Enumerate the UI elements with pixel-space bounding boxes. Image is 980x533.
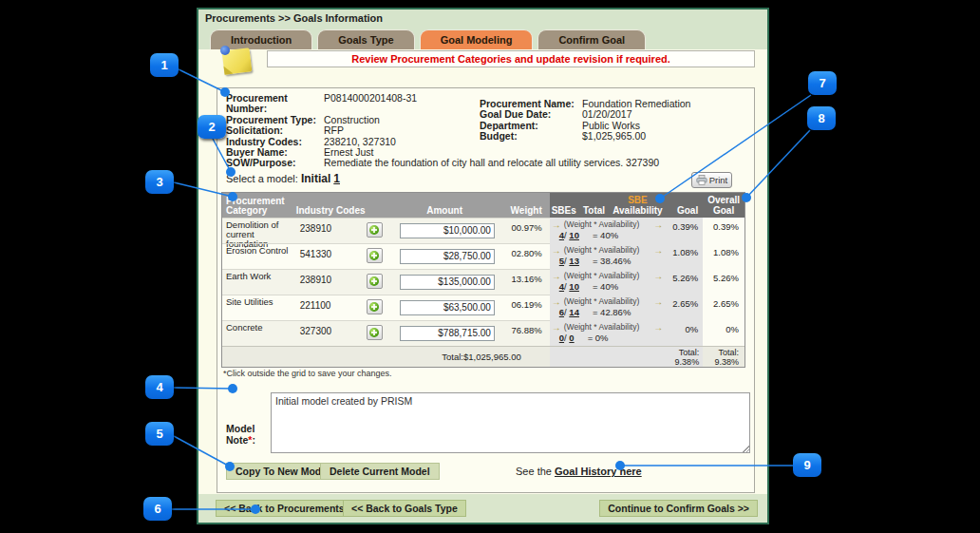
sbe-availability-cell: →(Weight * Availability)→ 4/ 10= 40% xyxy=(550,269,666,295)
model-selector-label: Select a model: xyxy=(226,173,298,184)
model-number-link[interactable]: 1 xyxy=(333,172,340,185)
table-footer: Total:$1,025,965.00 Total:9.38% Total:9.… xyxy=(222,346,744,367)
callout-badge-8: 8 xyxy=(807,106,836,130)
model-note-label: Model Note*: xyxy=(226,423,255,446)
category-cell: Site Utilities xyxy=(222,295,294,320)
amount-input[interactable] xyxy=(400,275,495,290)
table-row: Concrete 327300 76.88% →(Weight * Availa… xyxy=(222,320,744,346)
print-button[interactable]: Print xyxy=(691,172,732,188)
callout-badge-6: 6 xyxy=(143,497,172,521)
arrow-icon: → xyxy=(653,220,663,229)
goal-cell: 0% xyxy=(665,320,703,346)
table-row: Erosion Control 541330 02.80% →(Weight *… xyxy=(222,243,744,269)
field-label: Budget: xyxy=(480,131,582,142)
header-industry-codes: Industry Codes xyxy=(294,193,389,218)
model-selector: Select a model: Initial 1 xyxy=(226,172,340,185)
sbe-total-link[interactable]: 10 xyxy=(569,281,579,292)
availability-value: = 42.86% xyxy=(593,307,631,317)
goal-cell: 2.65% xyxy=(665,295,703,320)
arrow-icon: → xyxy=(552,323,561,332)
sbe-availability-cell: →(Weight * Availability)→ 6/ 14= 42.86% xyxy=(550,295,666,320)
category-cell: Concrete xyxy=(222,320,294,346)
breadcrumb: Procurements >> Goals Information xyxy=(198,10,767,27)
screenshot-stage: Procurements >> Goals Information Introd… xyxy=(0,0,980,533)
field-label: Solicitation: xyxy=(226,125,324,136)
procurement-info-right: Procurement Name:Foundation Remediation … xyxy=(480,99,750,143)
category-cell: Erosion Control xyxy=(222,243,294,269)
amount-input[interactable] xyxy=(400,223,495,238)
industry-code-cell: 221100 xyxy=(294,295,361,320)
availability-value: = 40% xyxy=(593,230,618,240)
header-goal: Goal xyxy=(665,193,703,218)
content-area: Review Procurement Categories and update… xyxy=(198,49,767,494)
sbe-total-link[interactable]: 13 xyxy=(569,256,579,266)
back-to-goals-type-button[interactable]: << Back to Goals Type xyxy=(343,500,466,517)
field-value: Remediate the foundation of city hall an… xyxy=(324,158,739,168)
overall-goal-cell: 2.65% xyxy=(703,295,744,320)
sbe-total-link[interactable]: 14 xyxy=(569,307,579,317)
tab-confirm-goal[interactable]: Confirm Goal xyxy=(537,29,646,49)
goal-total: Total:9.38% xyxy=(665,347,703,367)
header-sbes: SBEs xyxy=(550,193,578,218)
sbe-total-link[interactable]: 0 xyxy=(569,333,574,343)
table-row: Demolition of current foundation 238910 … xyxy=(222,218,744,243)
save-hint: *Click outside the grid to save your cha… xyxy=(223,369,392,378)
amount-input[interactable] xyxy=(400,249,495,264)
callout-badge-3: 3 xyxy=(145,170,174,194)
tab-goals-type[interactable]: Goals Type xyxy=(317,29,414,49)
arrow-icon: → xyxy=(653,272,663,280)
continue-to-confirm-goals-button[interactable]: Continue to Confirm Goals >> xyxy=(599,500,758,517)
goal-cell: 1.08% xyxy=(665,243,703,269)
procurement-categories-table: Procurement Category Industry Codes Amou… xyxy=(221,192,745,368)
arrow-icon: → xyxy=(552,272,561,280)
arrow-icon: → xyxy=(552,220,561,229)
model-note-textarea[interactable]: Initial model created by PRISM xyxy=(271,392,750,453)
industry-code-lookup-button[interactable] xyxy=(367,248,383,263)
overall-goal-cell: 5.26% xyxy=(703,269,744,295)
amount-total: Total:$1,025,965.00 xyxy=(222,347,550,367)
goal-cell: 0.39% xyxy=(665,218,703,243)
callout-badge-9: 9 xyxy=(793,453,821,477)
availability-value: = 38.46% xyxy=(593,256,631,266)
table-row: Site Utilities 221100 06.19% →(Weight * … xyxy=(222,295,744,320)
bottom-nav-bar: << Back to Procurements List << Back to … xyxy=(198,494,767,523)
amount-input[interactable] xyxy=(400,300,495,315)
arrow-icon: → xyxy=(653,246,663,255)
tab-goal-modeling[interactable]: Goal Modeling xyxy=(420,29,534,49)
goal-history-line: See the Goal History here xyxy=(516,466,642,477)
industry-code-cell: 541330 xyxy=(294,243,361,269)
field-label: SOW/Purpose: xyxy=(226,158,324,168)
overall-goal-cell: 0% xyxy=(703,320,744,346)
header-amount: Amount xyxy=(388,193,500,218)
sticky-note-icon xyxy=(220,46,254,78)
printer-icon xyxy=(696,175,707,185)
goal-history-link[interactable]: Goal History here xyxy=(555,466,642,477)
add-icon xyxy=(369,276,379,286)
sbe-availability-cell: →(Weight * Availability)→ 5/ 13= 38.46% xyxy=(550,243,666,269)
goal-cell: 5.26% xyxy=(665,269,703,295)
industry-code-lookup-button[interactable] xyxy=(367,299,383,314)
industry-code-lookup-button[interactable] xyxy=(367,222,383,238)
goal-modeling-form: Procurement Number:P0814000201408-31 Pro… xyxy=(217,87,755,493)
availability-value: = 40% xyxy=(593,281,618,292)
header-total: Total xyxy=(578,193,611,218)
industry-code-lookup-button[interactable] xyxy=(367,325,383,340)
sbe-total-link[interactable]: 10 xyxy=(569,230,579,240)
amount-input[interactable] xyxy=(400,326,495,341)
weight-cell: 00.97% xyxy=(500,218,550,243)
overall-goal-cell: 1.08% xyxy=(703,243,744,269)
arrow-icon: → xyxy=(552,246,561,255)
callout-badge-1: 1 xyxy=(150,53,179,77)
resize-handle[interactable] xyxy=(743,445,750,452)
overall-goal-cell: 0.39% xyxy=(703,218,744,243)
print-button-label: Print xyxy=(709,175,728,185)
industry-code-lookup-button[interactable] xyxy=(367,274,383,289)
industry-code-cell: 238910 xyxy=(294,218,361,243)
category-cell: Demolition of current foundation xyxy=(222,218,294,243)
delete-current-model-button[interactable]: Delete Current Model xyxy=(320,463,440,480)
callout-badge-4: 4 xyxy=(145,375,174,399)
weight-cell: 76.88% xyxy=(500,320,550,346)
add-icon xyxy=(369,251,379,260)
availability-value: = 0% xyxy=(588,333,609,343)
table-row: Earth Work 238910 13.16% →(Weight * Avai… xyxy=(222,269,744,295)
